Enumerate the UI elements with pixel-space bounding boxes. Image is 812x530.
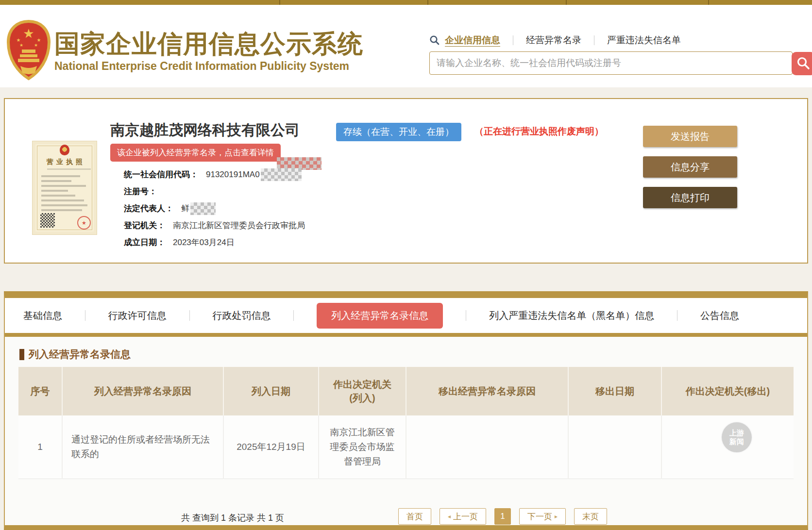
first-page-label: 首页	[406, 511, 423, 522]
svg-text:★: ★	[19, 43, 23, 48]
last-page-label: 末页	[582, 511, 599, 522]
cell-deciding-authority-in: 南京江北新区管理委员会市场监督管理局	[319, 415, 406, 479]
national-emblem-logo-icon: ★ ★ ★ ★ ★	[6, 19, 51, 83]
tab-abnormal-operation-list[interactable]: 列入经营异常名录信息	[317, 303, 443, 329]
search-tab-enterprise-credit[interactable]: 企业信用信息	[445, 34, 500, 47]
tab-divider	[189, 310, 190, 321]
records-summary: 共 查询到 1 条记录 共 1 页	[181, 512, 284, 524]
tab-basic-info[interactable]: 基础信息	[23, 309, 62, 322]
watermark-line: 新闻	[729, 437, 744, 446]
field-establishment-date: 成立日期： 2023年03月24日	[124, 234, 305, 251]
site-header: ★ ★ ★ ★ ★ 国家企业信用信息公示系统 National Enterpri…	[0, 5, 812, 87]
field-label: 注册号：	[124, 186, 157, 197]
company-status-badge: 存续（在营、开业、在册）	[336, 123, 461, 141]
col-header-inclusion-reason: 列入经营异常名录原因	[62, 367, 223, 415]
next-page-label: 下一页	[527, 511, 552, 522]
section-title-text: 列入经营异常名录信息	[29, 348, 131, 361]
cell-removal-reason	[406, 415, 568, 479]
send-report-button[interactable]: 发送报告	[643, 126, 737, 147]
next-page-button[interactable]: 下一页 ▸	[519, 508, 566, 525]
table-row: 1 通过登记的住所或者经营场所无法联系的 2025年12月19日 南京江北新区管…	[18, 415, 794, 479]
gold-divider-bar	[5, 333, 807, 337]
search-tab-illegal-dishonest-list[interactable]: 严重违法失信名单	[607, 34, 681, 47]
search-icon	[429, 35, 440, 46]
top-nav-divider	[566, 0, 567, 5]
current-page-button[interactable]: 1	[494, 508, 511, 525]
col-header-inclusion-date: 列入日期	[223, 367, 319, 415]
business-license-image: 营业执照 ★	[32, 141, 97, 235]
tab-serious-illegal-blacklist[interactable]: 列入严重违法失信名单（黑名单）信息	[489, 309, 654, 322]
section-title: 列入经营异常名录信息	[19, 348, 807, 361]
company-info-fields: 统一社会信用代码： 91320191MA0 注册号： 法定代表人： 鲜 登记机关…	[124, 166, 305, 251]
next-arrow-icon: ▸	[555, 513, 558, 520]
prev-page-button[interactable]: ◂ 上一页	[440, 508, 486, 525]
top-nav-divider	[708, 0, 709, 5]
print-info-button[interactable]: 信息打印	[643, 187, 737, 208]
svg-text:★: ★	[17, 37, 21, 43]
tab-administrative-license[interactable]: 行政许可信息	[108, 309, 167, 322]
field-legal-representative: 法定代表人： 鲜	[124, 200, 305, 217]
tab-divider	[466, 310, 466, 321]
svg-text:★: ★	[37, 37, 41, 43]
search-input[interactable]	[430, 52, 792, 74]
share-info-button[interactable]: 信息分享	[643, 156, 737, 178]
tab-announcement-info[interactable]: 公告信息	[700, 309, 739, 322]
detail-tabs: 基础信息 行政许可信息 行政处罚信息 列入经营异常名录信息 列入严重违法失信名单…	[5, 298, 807, 333]
license-text-line	[41, 195, 75, 197]
license-text-line	[41, 185, 86, 187]
table-header-row: 序号 列入经营异常名录原因 列入日期 作出决定机关(列入) 移出经营异常名录原因…	[18, 367, 794, 415]
detail-card: 基础信息 行政许可信息 行政处罚信息 列入经营异常名录信息 列入严重违法失信名单…	[4, 291, 808, 530]
abnormal-list-table: 序号 列入经营异常名录原因 列入日期 作出决定机关(列入) 移出经营异常名录原因…	[18, 367, 794, 479]
site-title: 国家企业信用信息公示系统	[54, 27, 363, 61]
search-box	[429, 51, 793, 75]
col-header-removal-date: 移出日期	[568, 367, 661, 415]
license-text-line	[41, 190, 68, 192]
field-registration-authority: 登记机关： 南京江北新区管理委员会行政审批局	[124, 217, 305, 234]
cell-removal-date	[568, 415, 661, 479]
news-watermark: 上游 新闻	[721, 421, 753, 453]
field-label: 法定代表人：	[124, 203, 173, 214]
license-void-notice: （正在进行营业执照作废声明）	[474, 125, 604, 138]
license-text-line	[41, 175, 80, 177]
license-qr-code	[40, 213, 55, 228]
col-header-removal-reason: 移出经营异常名录原因	[406, 367, 568, 415]
license-text-line	[41, 180, 71, 182]
col-header-deciding-authority-out: 作出决定机关(移出)	[661, 367, 794, 415]
cell-inclusion-reason: 通过登记的住所或者经营场所无法联系的	[62, 415, 223, 479]
license-title: 营业执照	[33, 158, 97, 166]
abnormal-list-notice-link[interactable]: 该企业被列入经营异常名录，点击查看详情	[110, 144, 281, 162]
pagination-bar: 共 查询到 1 条记录 共 1 页 首页 ◂ 上一页 1 下一页 ▸ 末页	[5, 508, 807, 528]
search-tab-divider	[513, 35, 513, 45]
search-tab-divider	[594, 35, 594, 45]
col-header-index: 序号	[18, 367, 62, 415]
cell-inclusion-date: 2025年12月19日	[223, 415, 319, 479]
field-label: 登记机关：	[124, 220, 165, 231]
pagination-buttons: 首页 ◂ 上一页 1 下一页 ▸ 末页	[398, 508, 607, 525]
tab-administrative-penalty[interactable]: 行政处罚信息	[213, 309, 271, 322]
search-icon	[796, 56, 811, 72]
col-header-deciding-authority-in: 作出决定机关(列入)	[319, 367, 406, 415]
prev-arrow-icon: ◂	[448, 513, 451, 520]
license-text-line	[41, 199, 84, 201]
field-value: 91320191MA0	[206, 170, 260, 180]
site-subtitle: National Enterprise Credit Information P…	[54, 60, 349, 73]
svg-text:★: ★	[23, 26, 34, 41]
field-registration-number: 注册号：	[124, 183, 305, 200]
license-red-seal: ★	[77, 216, 91, 230]
search-tab-abnormal-list[interactable]: 经营异常名录	[526, 34, 581, 47]
search-submit-button[interactable]	[792, 52, 812, 75]
redaction-mosaic	[190, 202, 216, 215]
top-nav-bar	[0, 0, 812, 5]
field-value: 南京江北新区管理委员会行政审批局	[173, 220, 305, 231]
top-nav-divider	[279, 0, 280, 5]
cell-index: 1	[18, 415, 62, 479]
last-page-button[interactable]: 末页	[574, 508, 607, 525]
section-title-marker	[19, 349, 24, 360]
license-subline	[47, 168, 91, 170]
svg-text:★: ★	[34, 43, 38, 48]
license-text-line	[41, 209, 82, 211]
first-page-button[interactable]: 首页	[398, 508, 431, 525]
field-label: 成立日期：	[124, 237, 165, 248]
license-text-line	[41, 204, 87, 206]
prev-page-label: 上一页	[453, 511, 478, 522]
